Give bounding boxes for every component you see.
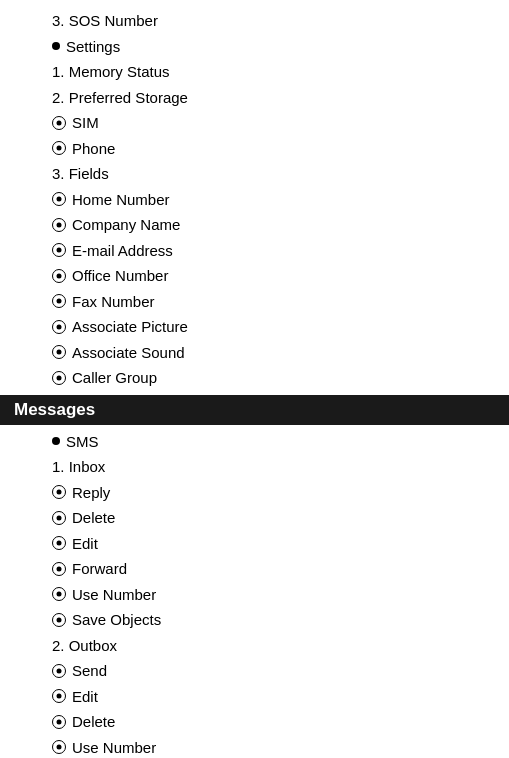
item-text: Send bbox=[72, 658, 107, 684]
circle-icon bbox=[52, 613, 66, 627]
list-item: Fax Number bbox=[52, 289, 509, 315]
item-text: Delete bbox=[72, 505, 115, 531]
list-item: Associate Sound bbox=[52, 340, 509, 366]
bullet-dot-icon bbox=[52, 42, 60, 50]
list-item: Phone bbox=[52, 136, 509, 162]
circle-icon bbox=[52, 141, 66, 155]
messages-section-header: Messages bbox=[0, 395, 509, 425]
list-item: 3. Fields bbox=[52, 161, 509, 187]
contacts-section: 3. SOS Number Settings 1. Memory Status … bbox=[0, 8, 509, 391]
circle-icon bbox=[52, 562, 66, 576]
item-text: Company Name bbox=[72, 212, 180, 238]
item-text: Fax Number bbox=[72, 289, 155, 315]
list-item: Company Name bbox=[52, 212, 509, 238]
item-text: SMS bbox=[66, 429, 99, 455]
page-container: 3. SOS Number Settings 1. Memory Status … bbox=[0, 0, 509, 758]
item-text: Use Number bbox=[72, 735, 156, 759]
item-text: Associate Sound bbox=[72, 340, 185, 366]
list-item: 3. SOS Number bbox=[52, 8, 509, 34]
item-text: Delete bbox=[72, 709, 115, 735]
list-item: SMS bbox=[52, 429, 509, 455]
item-text: Save Objects bbox=[72, 607, 161, 633]
circle-icon bbox=[52, 218, 66, 232]
list-item: SIM bbox=[52, 110, 509, 136]
circle-icon bbox=[52, 740, 66, 754]
list-item: Office Number bbox=[52, 263, 509, 289]
item-text: Edit bbox=[72, 531, 98, 557]
list-item: Reply bbox=[52, 480, 509, 506]
item-text: Use Number bbox=[72, 582, 156, 608]
list-item: Delete bbox=[52, 505, 509, 531]
item-text: Office Number bbox=[72, 263, 168, 289]
item-text: E-mail Address bbox=[72, 238, 173, 264]
circle-icon bbox=[52, 536, 66, 550]
item-text: Associate Picture bbox=[72, 314, 188, 340]
list-item: 1. Inbox bbox=[52, 454, 509, 480]
bullet-dot-icon bbox=[52, 437, 60, 445]
list-item: 1. Memory Status bbox=[52, 59, 509, 85]
circle-icon bbox=[52, 294, 66, 308]
list-item: Settings bbox=[52, 34, 509, 60]
item-text: Reply bbox=[72, 480, 110, 506]
item-text: 3. Fields bbox=[52, 161, 109, 187]
item-text: Home Number bbox=[72, 187, 170, 213]
circle-icon bbox=[52, 371, 66, 385]
item-text: 2. Outbox bbox=[52, 633, 117, 659]
circle-icon bbox=[52, 485, 66, 499]
circle-icon bbox=[52, 192, 66, 206]
list-item: Forward bbox=[52, 556, 509, 582]
item-text: Forward bbox=[72, 556, 127, 582]
circle-icon bbox=[52, 243, 66, 257]
list-item: Home Number bbox=[52, 187, 509, 213]
item-text: 1. Inbox bbox=[52, 454, 105, 480]
list-item: Use Number bbox=[52, 582, 509, 608]
item-text: 3. SOS Number bbox=[52, 8, 158, 34]
list-item: 2. Outbox bbox=[52, 633, 509, 659]
circle-icon bbox=[52, 345, 66, 359]
item-text: Phone bbox=[72, 136, 115, 162]
messages-section: SMS 1. Inbox Reply Delete Edit Forward U… bbox=[0, 429, 509, 759]
circle-icon bbox=[52, 116, 66, 130]
list-item: Edit bbox=[52, 684, 509, 710]
list-item: Edit bbox=[52, 531, 509, 557]
item-text: 1. Memory Status bbox=[52, 59, 170, 85]
circle-icon bbox=[52, 269, 66, 283]
list-item: Use Number bbox=[52, 735, 509, 759]
circle-icon bbox=[52, 320, 66, 334]
item-text: Caller Group bbox=[72, 365, 157, 391]
list-item: Caller Group bbox=[52, 365, 509, 391]
item-text: 2. Preferred Storage bbox=[52, 85, 188, 111]
circle-icon bbox=[52, 689, 66, 703]
list-item: Associate Picture bbox=[52, 314, 509, 340]
circle-icon bbox=[52, 664, 66, 678]
list-item: 2. Preferred Storage bbox=[52, 85, 509, 111]
item-text: Edit bbox=[72, 684, 98, 710]
list-item: Delete bbox=[52, 709, 509, 735]
list-item: Save Objects bbox=[52, 607, 509, 633]
list-item: Send bbox=[52, 658, 509, 684]
circle-icon bbox=[52, 715, 66, 729]
item-text: Settings bbox=[66, 34, 120, 60]
circle-icon bbox=[52, 587, 66, 601]
messages-header-text: Messages bbox=[14, 400, 95, 419]
circle-icon bbox=[52, 511, 66, 525]
item-text: SIM bbox=[72, 110, 99, 136]
list-item: E-mail Address bbox=[52, 238, 509, 264]
